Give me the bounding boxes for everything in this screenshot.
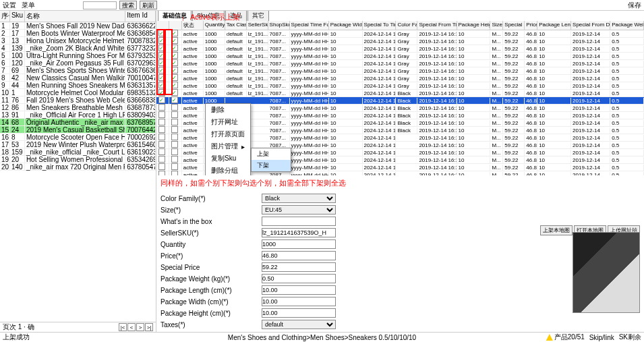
status-right: 产品20/51 [554,333,585,342]
right-col-header[interactable]: Special Price [503,21,525,30]
form-input[interactable] [262,285,336,295]
left-row[interactable]: 20140_nike_air max 720 Original Men Runn… [0,163,156,171]
right-col-header[interactable]: SellerSku [247,21,268,30]
right-col-header[interactable]: Special From Date [571,21,610,30]
left-row[interactable]: 769Men's Shoes Sports Shoes Winter Warm … [0,67,156,74]
left-row[interactable]: 944Men Running Shoes Sneakers Man Sport … [0,82,156,89]
left-pane: 序号Sku名称Item Id 119Men's Shoes Fall 2019 … [0,11,156,332]
left-row[interactable]: 101Motorcycle Helmet Cool Modular Moto H… [0,89,156,96]
form-label: Package Height (cm)(*) [160,310,255,317]
img-btn[interactable]: 上架本地图 [540,225,573,235]
right-col-header[interactable]: Package Weight [610,21,644,30]
form-input[interactable]: default [262,320,336,329]
left-row[interactable]: 1920Hot Selling Women Professional Danci… [0,156,156,163]
right-col-header[interactable]: Special To Time [363,21,397,30]
right-row[interactable]: active1000defaultlz_191...7087...yyyy-MM… [156,53,644,60]
right-col-header[interactable]: Quantity [204,21,225,30]
form-input[interactable]: EU:45 [262,205,336,215]
form-input[interactable] [262,217,336,226]
right-col-header[interactable]: Special From Time [417,21,457,30]
form-input[interactable]: Black [262,194,336,203]
pager-nav[interactable]: > [136,323,144,331]
left-col-header[interactable]: Item Id [125,11,156,22]
ctx-item[interactable]: 图片管理▸ [206,140,250,152]
right-col-header[interactable]: Tax Class [225,21,247,30]
menu-menu[interactable]: 菜单 [22,1,35,10]
left-col-header[interactable]: 名称 [25,11,125,22]
ctx-item[interactable]: 删除分组 [206,165,250,175]
left-row[interactable]: 5100Ultra-Light Running Shoes For Men St… [0,52,156,59]
tab[interactable]: 其它 [247,11,269,21]
ctx-sub-item[interactable]: 上架 [252,148,291,160]
warning-icon [546,334,553,341]
pager-nav[interactable]: >| [145,323,153,331]
left-row[interactable]: 1176Fall 2019 Men's Shoes Web Celebrity … [0,96,156,104]
right-row[interactable]: active1000defaultlz_191...7087...yyyy-MM… [156,67,644,75]
right-row[interactable]: active1000defaultlz_191...7087...yyyy-MM… [156,30,644,38]
left-col-header[interactable]: Sku [10,11,25,22]
right-col-header[interactable]: 状态 [182,21,204,30]
right-row[interactable]: active1000defaultlz_191...7087...yyyy-MM… [156,45,644,53]
right-col-header[interactable]: Size [490,21,503,30]
save-button[interactable]: 保存 [628,1,641,10]
right-row[interactable]: active1000defaultlz_191...7087...yyyy-MM… [156,38,644,45]
context-menu[interactable]: 删除打开网址打开原页面图片管理▸复制Sku删除分组上下架▸批量修改全选/反选批选… [205,103,251,175]
right-col-header[interactable] [169,21,182,30]
right-col-header[interactable]: ShopSku [268,21,290,30]
left-row[interactable]: 1468Original Authentic _nike_air max 90 … [0,119,156,126]
statusbar: 上架成功 Men's Shoes and Clothing>Men Shoes>… [0,332,644,342]
form-input[interactable] [262,251,336,260]
tab[interactable]: 基础信息 [158,11,192,21]
left-row[interactable]: 1391_nike_Official Air Force 1 High LF L… [0,111,156,119]
right-col-header[interactable]: Special Time Format [290,21,329,30]
right-row[interactable]: active1000defaultlz_191...7087...yyyy-MM… [156,60,644,67]
ctx-item[interactable]: 打开原页面 [206,128,250,140]
left-row[interactable]: 4139_nike_Zoom 2K Black And White Panda … [0,45,156,52]
right-row[interactable]: active1000defaultlz_191...7087...yyyy-MM… [156,75,644,82]
ctx-sub-item[interactable]: 下架 [252,160,291,171]
form-input[interactable] [262,239,336,249]
right-col-header[interactable]: Package Width [329,21,363,30]
form-label: Price(*) [160,252,255,260]
right-col-header[interactable]: Package Length [537,21,571,30]
menu-settings[interactable]: 设置 [3,1,16,10]
left-row[interactable]: 1286Men Sneakers Breathable Mesh Outdoor… [0,104,156,111]
refresh-button[interactable]: 刷新 [140,1,157,9]
left-row[interactable]: 17532019 New Winter Plush Waterproof Sno… [0,141,156,148]
form-input[interactable] [262,262,336,272]
ctx-item[interactable]: 删除 [206,104,250,116]
left-row[interactable]: 119Men's Shoes Fall 2019 New Daddy Men's… [0,22,156,30]
right-col-header[interactable] [156,21,169,30]
search-input[interactable] [83,1,117,9]
left-row[interactable]: 168Motorcycle Scooter Open Face Half Hel… [0,134,156,141]
left-row[interactable]: 18159_nike_nike_official _nike_Court Lit… [0,148,156,156]
form-label: Package Width (cm)(*) [160,298,255,306]
form-input[interactable] [262,228,336,237]
pager-text: 页次 1 · 确 [3,322,34,332]
pager-nav[interactable]: |< [119,323,127,331]
left-row[interactable]: 217Men Boots Winter Waterproof Men Shoes… [0,30,156,37]
form-label: Special Price [160,264,255,271]
form-label: Package Weight (kg)(*) [160,275,255,283]
left-col-header[interactable]: 序号 [0,11,10,22]
right-row[interactable]: active1000defaultlz_191...7087...yyyy-MM… [156,82,644,90]
status-left: 上架成功 [3,333,30,342]
right-col-header[interactable]: Color Family [396,21,417,30]
right-row[interactable]: active1000defaultlz_191...7087...yyyy-MM… [156,90,644,97]
form-input[interactable] [262,297,336,306]
right-col-header[interactable]: Package Height [457,21,491,30]
ctx-item[interactable]: 复制Sku [206,152,250,165]
left-row[interactable]: 15242019 Men's Casual Basketball Shoes A… [0,126,156,134]
left-row[interactable]: 842New Classics Casual Men Walking Shoes… [0,74,156,82]
form-label: Size(*) [160,206,255,214]
pager-nav[interactable]: < [127,323,136,331]
left-row[interactable]: 313Hiona Unisex Motorcycle Helmet With G… [0,37,156,45]
search-button[interactable]: 搜索 [119,1,137,9]
left-row[interactable]: 6120_nike_Air Zoom Pegasus 35 Full Runni… [0,59,156,67]
context-submenu[interactable]: 上架下架 [251,148,291,172]
form-input[interactable] [262,308,336,318]
menubar: 设置 菜单 搜索 刷新 保存 [0,0,644,11]
right-col-header[interactable]: Price [525,21,537,30]
form-input[interactable] [262,274,336,283]
ctx-item[interactable]: 打开网址 [206,116,250,128]
